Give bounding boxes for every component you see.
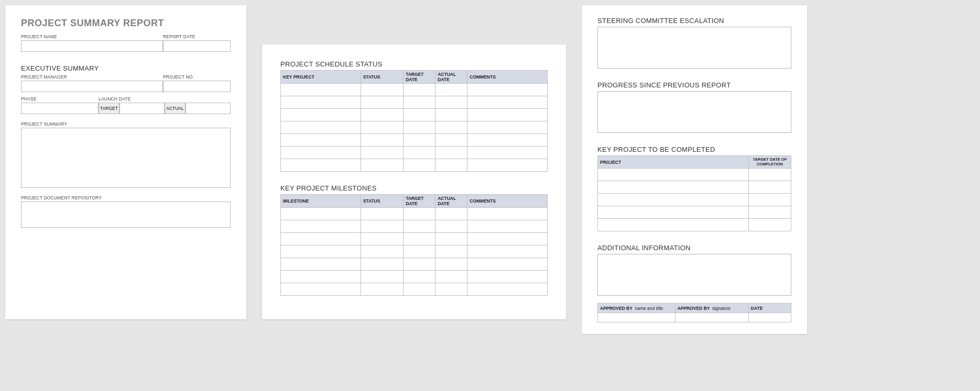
cell[interactable] bbox=[435, 147, 467, 159]
cell[interactable] bbox=[435, 245, 467, 258]
cell[interactable] bbox=[435, 159, 467, 172]
cell[interactable] bbox=[404, 109, 435, 121]
cell[interactable] bbox=[361, 245, 403, 258]
cell[interactable] bbox=[404, 271, 435, 283]
cell[interactable] bbox=[404, 84, 435, 96]
approval-name-cell[interactable] bbox=[598, 313, 676, 322]
cell[interactable] bbox=[435, 96, 467, 109]
cell[interactable] bbox=[435, 271, 467, 283]
cell[interactable] bbox=[281, 220, 361, 233]
cell[interactable] bbox=[598, 219, 749, 231]
page-1: PROJECT SUMMARY REPORT PROJECT NAME REPO… bbox=[5, 5, 246, 319]
cell[interactable] bbox=[361, 283, 403, 296]
cell[interactable] bbox=[281, 233, 361, 245]
cell[interactable] bbox=[361, 109, 403, 121]
cell[interactable] bbox=[361, 271, 403, 283]
cell[interactable] bbox=[467, 283, 548, 296]
field-progress[interactable] bbox=[597, 91, 791, 133]
cell[interactable] bbox=[435, 134, 467, 147]
cell[interactable] bbox=[467, 159, 548, 172]
cell[interactable] bbox=[748, 219, 791, 231]
cell[interactable] bbox=[281, 283, 361, 296]
field-report-date[interactable] bbox=[163, 40, 231, 52]
cell[interactable] bbox=[281, 121, 361, 134]
field-project-no[interactable] bbox=[163, 81, 231, 92]
field-target-date[interactable] bbox=[119, 103, 165, 114]
cell[interactable] bbox=[361, 159, 403, 172]
cell[interactable] bbox=[361, 84, 403, 96]
heading-progress: PROGRESS SINCE PREVIOUS REPORT bbox=[597, 81, 791, 89]
field-project-name[interactable] bbox=[21, 40, 163, 52]
cell[interactable] bbox=[281, 245, 361, 258]
cell[interactable] bbox=[404, 283, 435, 296]
cell[interactable] bbox=[467, 271, 548, 283]
cell[interactable] bbox=[281, 271, 361, 283]
cell[interactable] bbox=[467, 147, 548, 159]
cell[interactable] bbox=[404, 96, 435, 109]
cell[interactable] bbox=[748, 194, 791, 206]
field-project-manager[interactable] bbox=[21, 81, 163, 92]
cell[interactable] bbox=[598, 169, 749, 181]
cell[interactable] bbox=[467, 121, 548, 134]
cell[interactable] bbox=[361, 233, 403, 245]
cell[interactable] bbox=[748, 181, 791, 194]
cell[interactable] bbox=[281, 109, 361, 121]
cell[interactable] bbox=[404, 245, 435, 258]
cell[interactable] bbox=[281, 159, 361, 172]
cell[interactable] bbox=[404, 147, 435, 159]
cell[interactable] bbox=[467, 220, 548, 233]
cell[interactable] bbox=[435, 208, 467, 220]
cell[interactable] bbox=[435, 220, 467, 233]
cell[interactable] bbox=[435, 109, 467, 121]
cell[interactable] bbox=[281, 208, 361, 220]
field-project-summary[interactable] bbox=[21, 128, 231, 188]
cell[interactable] bbox=[467, 258, 548, 271]
cell[interactable] bbox=[361, 147, 403, 159]
cell[interactable] bbox=[281, 84, 361, 96]
row-name-date: PROJECT NAME REPORT DATE bbox=[21, 34, 231, 52]
cell[interactable] bbox=[404, 208, 435, 220]
cell[interactable] bbox=[361, 220, 403, 233]
cell[interactable] bbox=[361, 121, 403, 134]
col-m-actual: ACTUAL DATE bbox=[435, 195, 467, 208]
cell[interactable] bbox=[467, 233, 548, 245]
field-additional[interactable] bbox=[597, 254, 791, 296]
cell[interactable] bbox=[748, 169, 791, 181]
cell[interactable] bbox=[435, 233, 467, 245]
approval-date-cell[interactable] bbox=[748, 313, 791, 322]
field-steering[interactable] bbox=[597, 27, 791, 69]
cell[interactable] bbox=[404, 134, 435, 147]
cell[interactable] bbox=[467, 109, 548, 121]
field-actual-date[interactable] bbox=[186, 103, 231, 114]
cell[interactable] bbox=[281, 147, 361, 159]
cell[interactable] bbox=[467, 245, 548, 258]
cell[interactable] bbox=[281, 258, 361, 271]
cell[interactable] bbox=[435, 283, 467, 296]
approval-sig-cell[interactable] bbox=[675, 313, 748, 322]
cell[interactable] bbox=[361, 134, 403, 147]
cell[interactable] bbox=[598, 194, 749, 206]
cell[interactable] bbox=[361, 96, 403, 109]
cell[interactable] bbox=[361, 208, 403, 220]
cell[interactable] bbox=[404, 159, 435, 172]
col-target-date: TARGET DATE bbox=[404, 71, 435, 84]
cell[interactable] bbox=[467, 208, 548, 220]
cell[interactable] bbox=[404, 220, 435, 233]
cell[interactable] bbox=[281, 134, 361, 147]
field-doc-repo[interactable] bbox=[21, 202, 231, 228]
cell[interactable] bbox=[467, 96, 548, 109]
cell[interactable] bbox=[748, 206, 791, 219]
cell[interactable] bbox=[435, 84, 467, 96]
cell[interactable] bbox=[467, 134, 548, 147]
cell[interactable] bbox=[281, 96, 361, 109]
cell[interactable] bbox=[598, 206, 749, 219]
cell[interactable] bbox=[467, 84, 548, 96]
cell[interactable] bbox=[435, 121, 467, 134]
cell[interactable] bbox=[404, 258, 435, 271]
cell[interactable] bbox=[404, 233, 435, 245]
cell[interactable] bbox=[598, 181, 749, 194]
cell[interactable] bbox=[435, 258, 467, 271]
field-phase[interactable] bbox=[21, 103, 99, 114]
cell[interactable] bbox=[404, 121, 435, 134]
cell[interactable] bbox=[361, 258, 403, 271]
